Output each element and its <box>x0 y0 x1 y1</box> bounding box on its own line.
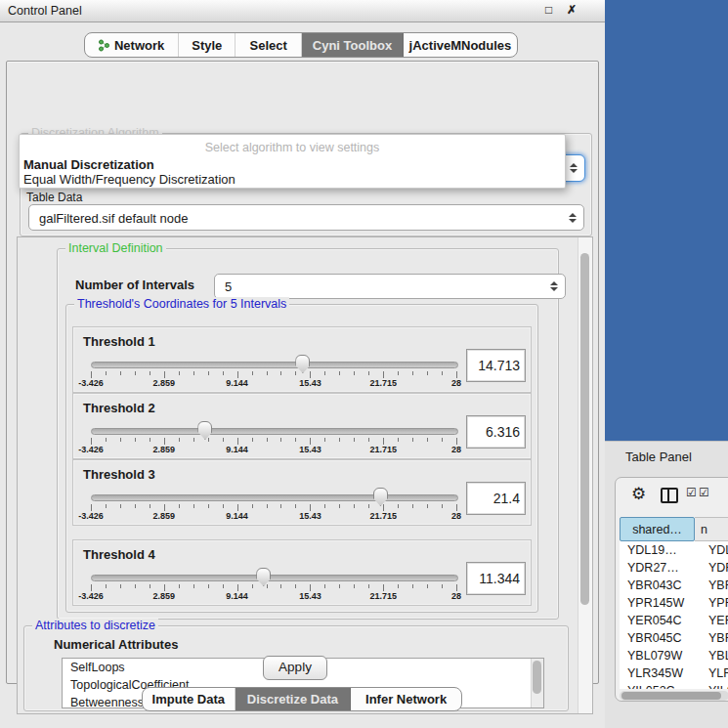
gear-icon[interactable]: ⚙ <box>631 484 646 504</box>
cell-shared-name: YBL079W <box>620 649 701 663</box>
tick-mark <box>164 504 165 511</box>
tick-mark <box>339 438 340 442</box>
combobox-arrows-icon <box>569 213 577 223</box>
tab-impute-data[interactable]: Impute Data <box>143 688 236 710</box>
popup-option-manual-discretization[interactable]: Manual Discretization <box>23 157 154 172</box>
threshold-value-field[interactable]: 14.713 <box>466 349 526 382</box>
number-of-intervals-combobox[interactable]: 5 <box>214 274 566 299</box>
column-header-shared[interactable]: shared… <box>620 517 695 541</box>
tab-label: Select <box>250 38 287 53</box>
cell-name: YBR0 <box>701 631 728 645</box>
tick-mark <box>412 504 413 508</box>
table-row[interactable]: YPR145WYPR1 <box>620 594 728 612</box>
table-row[interactable]: YDL19…YDL1 <box>620 541 728 559</box>
table-data-combobox[interactable]: galFiltered.sif default node <box>28 204 584 231</box>
cell-name: YLR3 <box>701 666 728 680</box>
slider-track[interactable] <box>91 362 458 368</box>
tick-mark <box>442 438 443 442</box>
apply-button[interactable]: Apply <box>263 656 327 680</box>
tick-mark <box>164 584 165 591</box>
tick-mark <box>208 504 209 508</box>
tick-mark <box>193 504 194 508</box>
tab-jactivemnodules[interactable]: jActiveMNodules <box>404 33 517 57</box>
columns-icon[interactable] <box>661 488 678 503</box>
tick-mark <box>412 438 413 442</box>
tab-style[interactable]: Style <box>179 33 236 57</box>
table-row[interactable]: YLR345WYLR3 <box>620 664 728 682</box>
tick-mark <box>150 438 150 442</box>
tick-mark <box>295 371 296 375</box>
slider-thumb-icon[interactable] <box>197 421 212 440</box>
tick-mark <box>339 371 340 375</box>
slider-track[interactable] <box>91 575 458 581</box>
tick-mark <box>383 371 384 378</box>
tick-mark <box>280 438 281 442</box>
tab-label: Infer Network <box>365 692 447 707</box>
tab-select[interactable]: Select <box>236 33 302 57</box>
tick-label: 21.715 <box>369 445 397 454</box>
table-horizontal-scrollbar[interactable] <box>620 691 728 701</box>
threshold-slider[interactable]: -3.4262.8599.14415.4321.71528 <box>91 426 456 453</box>
slider-thumb-icon[interactable] <box>256 568 271 586</box>
tick-label: -3.426 <box>78 511 104 521</box>
tick-mark <box>383 438 384 445</box>
table-row[interactable]: YIL052CYIL0 <box>620 682 728 689</box>
checkbox-icon[interactable]: ☑ <box>699 486 709 499</box>
close-icon[interactable]: ✗ <box>567 3 577 17</box>
tick-mark <box>252 504 253 508</box>
table-row[interactable]: YER054CYER0 <box>620 612 728 629</box>
tick-mark <box>208 371 209 375</box>
tab-infer-network[interactable]: Infer Network <box>351 688 461 710</box>
checkbox-icon[interactable]: ☑ <box>686 486 697 499</box>
tick-mark <box>179 438 180 442</box>
float-window-icon[interactable]: □ <box>545 3 552 17</box>
tick-mark <box>164 438 165 445</box>
table-row[interactable]: YBR043CYBR0 <box>620 577 728 594</box>
panel-scrollbar[interactable] <box>578 237 592 713</box>
threshold-value-field[interactable]: 6.316 <box>466 415 526 449</box>
table-row[interactable]: YBR045CYBR0 <box>620 629 728 647</box>
threshold-slider[interactable]: -3.4262.8599.14415.4321.71528 <box>91 360 456 387</box>
popup-option-equal-width[interactable]: Equal Width/Frequency Discretization <box>23 172 236 187</box>
tick-label: 2.859 <box>153 591 176 601</box>
tick-mark <box>237 371 238 378</box>
tab-cyni-toolbox[interactable]: Cyni Toolbox <box>302 33 404 57</box>
tick-mark <box>280 584 281 588</box>
tick-mark <box>150 584 150 588</box>
tick-label: 2.859 <box>153 378 176 388</box>
threshold-slider[interactable]: -3.4262.8599.14415.4321.71528 <box>91 492 456 520</box>
threshold-value-field[interactable]: 11.344 <box>466 562 526 595</box>
slider-track[interactable] <box>91 428 458 435</box>
attributes-group-title: Attributes to discretize <box>32 619 158 632</box>
number-of-intervals-label: Number of Intervals <box>75 278 194 292</box>
tick-label: 28 <box>451 378 461 388</box>
tick-label: 15.43 <box>299 378 321 388</box>
slider-thumb-icon[interactable] <box>295 355 310 373</box>
tab-discretize-data[interactable]: Discretize Data <box>236 688 352 710</box>
attributes-scrollbar[interactable] <box>531 659 543 707</box>
threshold-value-field[interactable]: 21.4 <box>466 482 526 515</box>
tick-label: 15.43 <box>299 445 321 454</box>
panel-scrollbar-thumb[interactable] <box>580 253 589 605</box>
tick-mark <box>280 371 281 375</box>
tab-network[interactable]: Network <box>85 33 179 57</box>
table-data-label: Table Data <box>26 191 82 204</box>
cell-name: YDL1 <box>701 543 728 557</box>
table-panel-box: ⚙ ☑ ☑ shared… n YDL19…YDL1YDR27…YDR2YBR0… <box>615 477 728 702</box>
tick-mark <box>354 438 355 442</box>
table-row[interactable]: YDR27…YDR2 <box>620 559 728 577</box>
tick-mark <box>456 371 457 378</box>
tick-mark <box>295 584 296 588</box>
slider-track[interactable] <box>91 494 458 501</box>
slider-thumb-icon[interactable] <box>373 488 388 506</box>
tick-label: -3.426 <box>78 591 104 601</box>
column-header-name[interactable]: n <box>695 517 728 541</box>
tick-mark <box>324 584 325 588</box>
threshold-slider[interactable]: -3.4262.8599.14415.4321.71528 <box>91 573 456 600</box>
cell-shared-name: YER054C <box>620 614 701 627</box>
threshold-row: Threshold 3 -3.4262.8599.14415.4321.7152… <box>72 459 532 526</box>
cell-name: YPR1 <box>701 596 728 610</box>
cyni-mode-tabs: Impute DataDiscretize DataInfer Network <box>142 687 462 711</box>
table-row[interactable]: YBL079WYBL0 <box>620 647 728 664</box>
cell-shared-name: YBR043C <box>620 578 701 592</box>
